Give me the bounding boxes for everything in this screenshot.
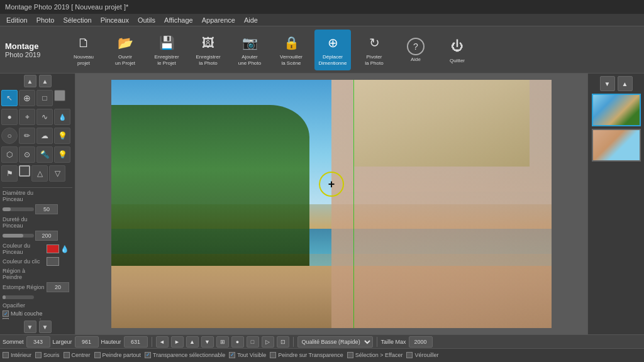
canvas-area[interactable]: + bbox=[75, 74, 587, 334]
wand-tool-btn[interactable]: ⚑ bbox=[1, 165, 18, 182]
pen-tool-btn[interactable]: ✏ bbox=[19, 128, 35, 144]
diametre-slider[interactable] bbox=[3, 207, 34, 211]
select-tool-btn[interactable]: ↖ bbox=[1, 90, 18, 106]
cloud-tool-btn[interactable]: ☁ bbox=[36, 128, 53, 144]
fit-btn[interactable]: ⊞ bbox=[216, 336, 229, 348]
verouiller-checkbox[interactable] bbox=[406, 352, 413, 358]
couleur-clic-swatch[interactable] bbox=[47, 257, 59, 266]
souris-checkbox[interactable] bbox=[35, 352, 42, 358]
toolbar-aide-btn[interactable]: ? Aide bbox=[397, 30, 434, 70]
cb-interieur: Intérieur bbox=[3, 352, 31, 358]
canvas-image[interactable]: + bbox=[111, 80, 552, 328]
circle-btn[interactable]: ● bbox=[231, 336, 244, 348]
brush-tool-btn[interactable]: ● bbox=[1, 109, 18, 125]
scroll-up2-btn[interactable]: ▲ bbox=[39, 75, 52, 87]
deplacer-icon: ⊕ bbox=[323, 33, 343, 53]
toolbar-nouveau-btn[interactable]: 🗋 Nouveauprojet bbox=[65, 30, 102, 70]
centrer-checkbox[interactable] bbox=[64, 352, 70, 358]
nav-left-btn[interactable]: ◄ bbox=[156, 336, 169, 348]
grid-btn[interactable]: ⊡ bbox=[277, 336, 289, 348]
durete-slider[interactable] bbox=[3, 234, 34, 238]
estompe-input[interactable] bbox=[47, 282, 69, 292]
pivoter-icon: ↻ bbox=[364, 33, 384, 53]
transparence-checkbox[interactable] bbox=[145, 352, 151, 358]
app-title-line1: Montage bbox=[5, 41, 55, 51]
peindrertransp-checkbox[interactable] bbox=[270, 352, 276, 358]
bulb2-tool-btn[interactable]: 🔦 bbox=[36, 146, 53, 163]
menu-photo[interactable]: Photo bbox=[33, 16, 58, 25]
thumb-nav-down-btn[interactable]: ▼ bbox=[600, 76, 615, 91]
move-tool-btn[interactable]: ⊕ bbox=[19, 90, 35, 106]
stamp-tool-btn[interactable]: ⊙ bbox=[19, 146, 35, 163]
diametre-input[interactable] bbox=[35, 204, 58, 214]
toolbar-pivoter-btn[interactable]: ↻ Pivoterla Photo bbox=[356, 30, 392, 70]
hauteur-input[interactable] bbox=[124, 336, 148, 348]
largeur-label: Largeur bbox=[53, 339, 72, 345]
thumbnail-2[interactable] bbox=[592, 129, 641, 162]
interieur-checkbox[interactable] bbox=[3, 352, 9, 358]
sommet-input[interactable] bbox=[26, 336, 50, 348]
tools-row2: ● ⌖ ∿ 💧 bbox=[0, 107, 75, 126]
rect2-tool-btn[interactable] bbox=[19, 165, 30, 177]
clone-tool-btn[interactable]: ⌖ bbox=[19, 109, 35, 125]
menu-selection[interactable]: Sélection bbox=[59, 16, 95, 25]
taille-max-input[interactable] bbox=[409, 336, 433, 348]
app-title: Montage Photo 2019 bbox=[5, 41, 55, 58]
nav-right-btn[interactable]: ► bbox=[171, 336, 184, 348]
toolbar-deplacer-btn[interactable]: ⊕ DéplacerDimentionne bbox=[314, 30, 351, 70]
thumb-nav-up-btn[interactable]: ▲ bbox=[618, 76, 633, 91]
lightbulb-tool-btn[interactable]: △ bbox=[31, 165, 48, 182]
bulb-tool-btn[interactable]: 💡 bbox=[54, 128, 70, 144]
selectioneffacer-checkbox[interactable] bbox=[347, 352, 353, 358]
nav-up-btn[interactable]: ▲ bbox=[186, 336, 199, 348]
toolbar-enregistrer-projet-btn[interactable]: 💾 Enregistrerle Projet bbox=[148, 30, 185, 70]
qualite-select[interactable]: Qualité Basse (Rapide) Qualité Haute bbox=[297, 336, 373, 348]
scroll-down2-btn[interactable]: ▼ bbox=[39, 321, 52, 333]
largeur-input[interactable] bbox=[75, 336, 99, 348]
crosshair-plus: + bbox=[328, 177, 335, 190]
selectioneffacer-label: Sélection > Effacer bbox=[355, 352, 403, 358]
polygon-tool-btn[interactable]: ⬡ bbox=[1, 146, 18, 163]
rect-tool-btn[interactable]: □ bbox=[36, 90, 53, 106]
toolbar-ajouter-photo-btn[interactable]: 📷 Ajouterune Photo bbox=[231, 30, 268, 70]
cb-verouiller: Vérouiller bbox=[406, 352, 438, 358]
toolbar-deplacer-label: DéplacerDimentionne bbox=[319, 54, 347, 66]
tri-tool-btn[interactable]: ▽ bbox=[49, 165, 65, 182]
peindrertransp-label: Peindre sur Transparence bbox=[278, 352, 343, 358]
menu-apparence[interactable]: Apparence bbox=[198, 16, 239, 25]
toutvisible-checkbox[interactable] bbox=[229, 352, 235, 358]
centrer-label: Centrer bbox=[72, 352, 91, 358]
scroll-down-btn[interactable]: ▼ bbox=[24, 321, 36, 333]
sep3 bbox=[377, 337, 377, 347]
durete-input[interactable] bbox=[35, 231, 58, 241]
multi-couche-checkbox[interactable] bbox=[3, 310, 9, 317]
menu-affichage[interactable]: Affichage bbox=[160, 16, 197, 25]
ajouter-photo-icon: 📷 bbox=[240, 33, 260, 53]
prop-couleur: Couleur du Pinceau 💧 bbox=[3, 243, 72, 255]
estompe-slider[interactable] bbox=[3, 295, 34, 299]
toolbar-verrouiller-btn[interactable]: 🔒 Verrouillerla Scène bbox=[273, 30, 309, 70]
eyedrop-icon[interactable]: 💧 bbox=[60, 245, 69, 253]
toolbar-ouvrir-btn[interactable]: 📂 Ouvrirun Projet bbox=[107, 30, 143, 70]
nav-down-btn[interactable]: ▼ bbox=[201, 336, 214, 348]
menu-outils[interactable]: Outils bbox=[134, 16, 159, 25]
app-title-line2: Photo 2019 bbox=[5, 51, 55, 58]
circle-tool-btn[interactable]: ○ bbox=[1, 128, 18, 144]
rect-btn[interactable]: □ bbox=[247, 336, 259, 348]
eyedrop-tool-btn[interactable]: 💧 bbox=[54, 109, 70, 125]
couleur-pinceau-swatch[interactable] bbox=[47, 244, 59, 253]
toolbar-ouvrir-label: Ouvrirun Projet bbox=[115, 54, 135, 66]
peindre-checkbox[interactable] bbox=[94, 352, 101, 358]
toolbar-nouveau-label: Nouveauprojet bbox=[74, 54, 94, 66]
toolbar-quitter-btn[interactable]: ⏻ Quitter bbox=[439, 30, 475, 70]
eraser-tool-btn[interactable] bbox=[54, 90, 65, 101]
play-btn[interactable]: ▷ bbox=[262, 336, 274, 348]
toolbar-enregistrer-photo-btn[interactable]: 🖼 Enregistrerla Photo bbox=[190, 30, 226, 70]
lasso-tool-btn[interactable]: ∿ bbox=[36, 109, 53, 125]
menu-edition[interactable]: Edition bbox=[3, 16, 31, 25]
menu-pinceaux[interactable]: Pinceaux bbox=[97, 16, 133, 25]
menu-aide[interactable]: Aide bbox=[240, 16, 262, 25]
thumbnail-1[interactable] bbox=[592, 94, 641, 126]
scroll-up-btn[interactable]: ▲ bbox=[24, 75, 36, 87]
light-tool-btn[interactable]: 💡 bbox=[54, 146, 70, 163]
